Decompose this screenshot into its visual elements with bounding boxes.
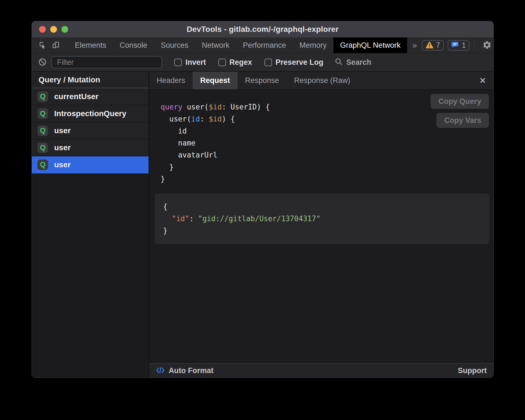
filter-checkboxes: InvertRegexPreserve Log [174, 58, 323, 67]
detail-tab-request[interactable]: Request [193, 72, 238, 89]
query-list-item-4-user[interactable]: Quser [32, 156, 149, 173]
checkbox-preserve-log[interactable] [264, 59, 272, 66]
query-variables-box: { "id": "gid://gitlab/User/13704317"} [155, 194, 489, 244]
detail-tab-response[interactable]: Response [238, 72, 287, 89]
checkbox-regex[interactable] [218, 59, 226, 66]
query-list-item-2-user[interactable]: Quser [32, 122, 149, 139]
filter-bar: InvertRegexPreserve Log Search [32, 53, 493, 72]
code-line: "id": "gid://gitlab/User/13704317" [163, 213, 481, 225]
copy-query-button[interactable]: Copy Query [431, 94, 489, 109]
query-list: QcurrentUserQIntrospectionQueryQuserQuse… [32, 88, 149, 173]
search-label: Search [346, 58, 371, 67]
devtools-tab-graphql-network[interactable]: GraphQL Network [333, 37, 407, 53]
request-body: Copy Query Copy Vars query user($id: Use… [149, 90, 493, 363]
settings-button[interactable] [480, 40, 494, 51]
code-line: { [163, 201, 481, 213]
query-name-label: IntrospectionQuery [54, 109, 126, 118]
query-type-badge: Q [37, 108, 48, 119]
bottom-bar: Auto Format Support [149, 363, 493, 378]
detail-tabs: HeadersRequestResponseResponse (Raw) ✕ [149, 72, 493, 90]
search-toggle[interactable]: Search [335, 58, 371, 67]
code-line: } [161, 173, 493, 185]
more-tabs-button[interactable]: » [407, 37, 422, 53]
toolbar-right-divider [474, 41, 475, 50]
query-type-badge: Q [37, 142, 48, 153]
code-brackets-icon [156, 366, 165, 375]
auto-format-button[interactable]: Auto Format [156, 366, 213, 375]
search-icon [335, 58, 343, 67]
query-type-badge: Q [37, 159, 48, 170]
devtools-tab-performance[interactable]: Performance [236, 37, 293, 53]
main-content: Query / Mutation QcurrentUserQIntrospect… [32, 72, 493, 378]
toolbar-right: 7 1 [422, 37, 494, 53]
gear-icon [482, 40, 492, 51]
message-count: 1 [462, 41, 466, 50]
checkbox-label-regex: Regex [230, 58, 252, 67]
devtools-tab-elements[interactable]: Elements [68, 37, 113, 53]
filter-checkbox-regex[interactable]: Regex [218, 58, 252, 67]
checkbox-label-invert: Invert [185, 58, 206, 67]
titlebar: DevTools - gitlab.com/-/graphql-explorer [32, 21, 493, 37]
detail-tab-headers[interactable]: Headers [149, 72, 193, 89]
query-type-badge: Q [37, 125, 48, 136]
message-bubble-icon [451, 41, 459, 49]
devtools-toolbar: ElementsConsoleSourcesNetworkPerformance… [32, 37, 493, 53]
copy-buttons: Copy Query Copy Vars [431, 94, 489, 128]
inspect-cursor-icon [38, 41, 47, 50]
close-detail-button[interactable]: ✕ [479, 77, 486, 85]
warnings-badge[interactable]: 7 [422, 40, 444, 51]
query-list-item-0-currentuser[interactable]: QcurrentUser [32, 88, 149, 105]
code-line: } [161, 161, 493, 173]
request-detail-panel: HeadersRequestResponseResponse (Raw) ✕ C… [149, 72, 493, 378]
block-icon [38, 58, 47, 67]
query-name-label: user [54, 126, 71, 135]
device-toolbar-icon [52, 41, 60, 50]
devtools-tabs: ElementsConsoleSourcesNetworkPerformance… [68, 37, 407, 53]
checkbox-label-preserve-log: Preserve Log [276, 58, 323, 67]
filter-input[interactable] [51, 56, 162, 68]
query-name-label: currentUser [54, 92, 99, 101]
devtools-tab-sources[interactable]: Sources [154, 37, 195, 53]
device-toolbar-button[interactable] [49, 37, 63, 53]
auto-format-label: Auto Format [169, 366, 213, 375]
inspect-element-button[interactable] [36, 37, 49, 53]
devtools-window: DevTools - gitlab.com/-/graphql-explorer… [32, 21, 494, 378]
query-type-badge: Q [37, 91, 48, 102]
copy-vars-button[interactable]: Copy Vars [436, 113, 489, 128]
issues-badge[interactable]: 1 [448, 40, 469, 51]
detail-tab-response-raw[interactable]: Response (Raw) [287, 72, 358, 89]
query-list-item-1-introspectionquery[interactable]: QIntrospectionQuery [32, 105, 149, 122]
support-link[interactable]: Support [458, 366, 487, 375]
detail-tabs-inner: HeadersRequestResponseResponse (Raw) [149, 72, 358, 89]
checkbox-invert[interactable] [174, 59, 182, 66]
filter-checkbox-preserve-log[interactable]: Preserve Log [264, 58, 323, 67]
code-line: name [161, 137, 493, 149]
devtools-tab-memory[interactable]: Memory [293, 37, 333, 53]
query-name-label: user [54, 143, 71, 152]
code-line: } [163, 225, 481, 237]
sidebar-header: Query / Mutation [32, 72, 149, 88]
warning-icon [426, 41, 433, 49]
query-sidebar: Query / Mutation QcurrentUserQIntrospect… [32, 72, 149, 378]
code-line: avatarUrl [161, 149, 493, 161]
warning-count: 7 [436, 41, 440, 50]
window-title: DevTools - gitlab.com/-/graphql-explorer [32, 25, 493, 34]
devtools-tab-console[interactable]: Console [113, 37, 154, 53]
query-name-label: user [54, 160, 71, 169]
query-list-item-3-user[interactable]: Quser [32, 139, 149, 156]
filter-checkbox-invert[interactable]: Invert [174, 58, 206, 67]
clear-filter-button[interactable] [38, 58, 47, 67]
devtools-tab-network[interactable]: Network [195, 37, 236, 53]
